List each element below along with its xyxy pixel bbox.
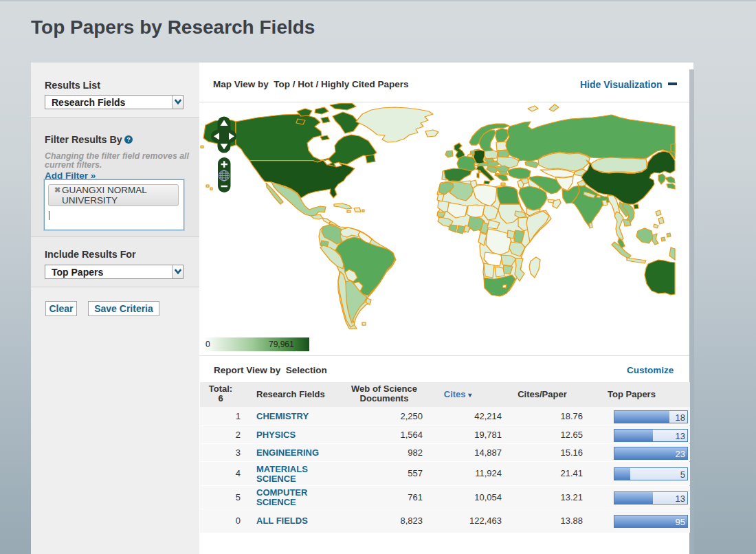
svg-text:?: ? [126,136,131,143]
svg-text:79,961: 79,961 [269,340,294,349]
svg-text:0: 0 [205,340,210,349]
